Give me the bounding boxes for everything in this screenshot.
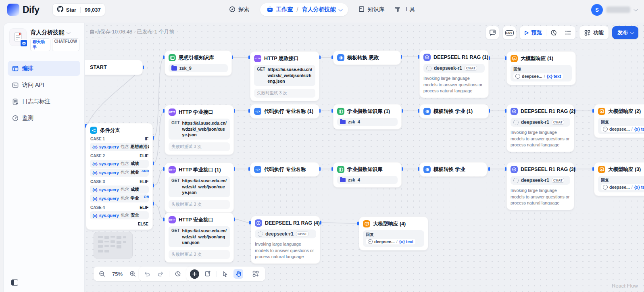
nav-tools[interactable]: 工具 — [395, 6, 415, 13]
checklist-button[interactable] — [561, 30, 575, 35]
app-info[interactable]: 育人分析技能 聊天助手 CHATFLOW — [4, 23, 84, 51]
model-selector[interactable]: deepseek-r1CHAT — [511, 118, 570, 127]
add-note-button[interactable] — [203, 269, 213, 279]
node-knowledge-xueye2[interactable]: 学业指数知识库 zsk_4 — [333, 162, 402, 188]
app-robot-badge-icon — [20, 39, 28, 47]
node-llm-rag1[interactable]: DEEPSEEL R1 RAG (1) deepseek-r1CHAT Invo… — [419, 50, 489, 98]
collapse-sidebar-icon[interactable] — [11, 279, 18, 286]
nav-knowledge[interactable]: 知识库 — [358, 6, 384, 13]
knowledge-retrieval-icon — [337, 108, 344, 115]
dataset-chip[interactable]: zsk_4 — [337, 118, 398, 126]
sidebar-item-logs[interactable]: 日志与标注 — [8, 94, 80, 109]
divider — [247, 271, 247, 277]
if-else-icon — [90, 127, 97, 134]
model-selector[interactable]: deepseek-r1CHAT — [423, 64, 485, 73]
llm-icon — [511, 108, 518, 115]
user-avatar[interactable]: S — [591, 4, 603, 16]
dataset-chip[interactable]: zsk_4 — [337, 176, 398, 184]
node-http-anquan[interactable]: HTTP HTTP 安全接口 GEThttps://ai.suse.edu.cn… — [165, 213, 234, 263]
node-start[interactable]: START — [84, 60, 143, 75]
model-name: deepseek-r1 — [521, 177, 549, 183]
code-icon: </> — [254, 166, 261, 173]
template-transform-icon — [423, 108, 431, 115]
node-title: 学业指数知识库 (1) — [347, 108, 390, 115]
add-node-button[interactable] — [190, 269, 199, 279]
node-llm-rag4[interactable]: DEEPSEEL R1 RAG (4) deepseek-r1CHAT Invo… — [251, 216, 320, 264]
model-name: deepseek-r1 — [434, 65, 462, 71]
node-code-zhuanye2[interactable]: </> 代码执行 专业名称 — [250, 162, 319, 177]
node-code-zhuanye1[interactable]: </> 代码执行 专业名称 (1) — [250, 104, 319, 119]
node-http-xueye[interactable]: HTTP HTTP 学业接口 GEThttps://ai.suse.edu.cn… — [165, 105, 234, 155]
node-answer4[interactable]: 大模型响应 (4) 回复 deepsee.../{x} text — [359, 217, 428, 250]
nav-explore[interactable]: 探索 — [229, 6, 250, 14]
undo-button[interactable] — [142, 269, 152, 279]
node-title: 思想引领知识库 — [179, 54, 214, 61]
node-answer1[interactable]: 大模型响应 (1) 回复 deepsee.../{x} text — [506, 51, 576, 85]
divider — [169, 271, 169, 277]
node-http-xueye2[interactable]: HTTP HTTP 学业接口 (1) GEThttps://ai.suse.ed… — [165, 163, 234, 213]
pointer-mode-button[interactable] — [220, 269, 230, 279]
node-title: 学业指数知识库 — [347, 166, 383, 173]
app-chevron-down-icon[interactable] — [67, 30, 71, 34]
node-knowledge-sizheng[interactable]: 思想引领知识库 zsk_9 — [165, 50, 232, 76]
node-answer3[interactable]: 大模型响应 (3) 回复 deepsee.../{x} text — [594, 162, 644, 196]
publish-button[interactable]: 发布 — [612, 26, 638, 39]
knowledge-retrieval-icon — [337, 166, 344, 173]
nav-tools-label: 工具 — [404, 6, 415, 13]
reply-variable: deepsee.../{x} text — [601, 184, 644, 190]
deepseek-icon — [513, 178, 519, 183]
node-title: 代码执行 专业名称 (1) — [264, 108, 313, 115]
dify-logo[interactable]: Dify_ — [7, 4, 44, 16]
dataset-chip[interactable]: zsk_9 — [169, 64, 228, 72]
sidebar-item-monitor[interactable]: 监测 — [8, 111, 80, 125]
node-http-sizheng[interactable]: HTTP HTTP 思政接口 GEThttps://ai.suse.edu.cn… — [250, 51, 319, 101]
zoom-controls: 75% — [94, 267, 143, 281]
deepseek-icon — [513, 120, 519, 125]
node-condition-branch[interactable]: 条件分支 CASE 1IF {x}sys.query包含思想政治素质 CASE … — [86, 123, 153, 230]
nav-studio-breadcrumb[interactable]: 工作室 / 育人分析技能 — [260, 3, 348, 16]
preview-button[interactable]: 预览 — [520, 29, 546, 36]
account-chevron-down-icon[interactable] — [634, 7, 638, 11]
organize-nodes-button[interactable] — [251, 269, 261, 279]
redo-button[interactable] — [156, 269, 165, 279]
user-name-blurred — [606, 6, 630, 13]
publish-label: 发布 — [617, 29, 628, 36]
canvas-actions: ENV 预览 功能 发布 — [486, 26, 638, 40]
answer-body: 回复 deepsee.../{x} text — [598, 118, 644, 134]
view-history-button[interactable] — [173, 269, 183, 279]
sidebar-item-label: 编排 — [22, 65, 33, 72]
checklist-icon — [565, 30, 571, 35]
github-star-widget[interactable]: Star 99,037 — [52, 3, 105, 16]
reply-label: 回复 — [601, 119, 644, 125]
node-answer2[interactable]: 大模型响应 (2) 回复 deepsee.../{x} text — [594, 104, 644, 138]
condition-case: CASE 3ELIF {x}sys.query包含成绩 OR {x}sys.qu… — [90, 178, 149, 202]
model-selector[interactable]: deepseek-r1CHAT — [511, 176, 570, 185]
zoom-out-button[interactable] — [97, 269, 107, 279]
node-template-xueye2[interactable]: 模板转换 学业 — [419, 162, 487, 177]
model-selector[interactable]: deepseek-r1CHAT — [255, 229, 316, 238]
node-knowledge-xueye1[interactable]: 学业指数知识库 (1) zsk_4 — [333, 104, 402, 129]
knowledge-icon — [358, 6, 365, 13]
sidebar-item-api[interactable]: 访问 API — [8, 77, 80, 92]
run-history-button[interactable] — [546, 29, 561, 36]
node-template-xueye1[interactable]: 模板转换 学业 (1) — [419, 104, 489, 119]
api-icon — [12, 82, 19, 88]
zoom-level[interactable]: 75% — [110, 271, 124, 277]
node-llm-rag3[interactable]: DEEPSEEL R1 RAG (3) deepseek-r1CHAT Invo… — [506, 162, 574, 210]
http-request-icon: HTTP — [169, 166, 176, 173]
answer-icon — [511, 55, 518, 62]
annotation-button[interactable] — [486, 26, 499, 40]
node-llm-rag2[interactable]: DEEPSEEL R1 RAG (2) deepseek-r1CHAT Invo… — [506, 104, 574, 152]
node-title: 条件分支 — [100, 127, 120, 134]
features-button[interactable]: 功能 — [579, 26, 609, 40]
node-template-sizheng[interactable]: 模板转换 思政 — [333, 50, 401, 65]
minimap[interactable] — [94, 232, 133, 259]
env-variables-button[interactable]: ENV — [502, 26, 516, 40]
workflow-canvas[interactable]: 自动保存 10:06:48 · 已发布 1 个月前 ENV 预览 功能 — [84, 23, 644, 292]
zoom-in-button[interactable] — [128, 269, 138, 279]
http-url: https://ai.suse.edu.cn/wdzsk/_web/json/x… — [182, 120, 227, 138]
hand-mode-button[interactable] — [233, 269, 243, 279]
sidebar-item-orchestrate[interactable]: 编排 — [8, 61, 80, 76]
dataset-name: zsk_9 — [179, 66, 192, 71]
app-type-tag: 聊天助手 — [30, 38, 50, 51]
